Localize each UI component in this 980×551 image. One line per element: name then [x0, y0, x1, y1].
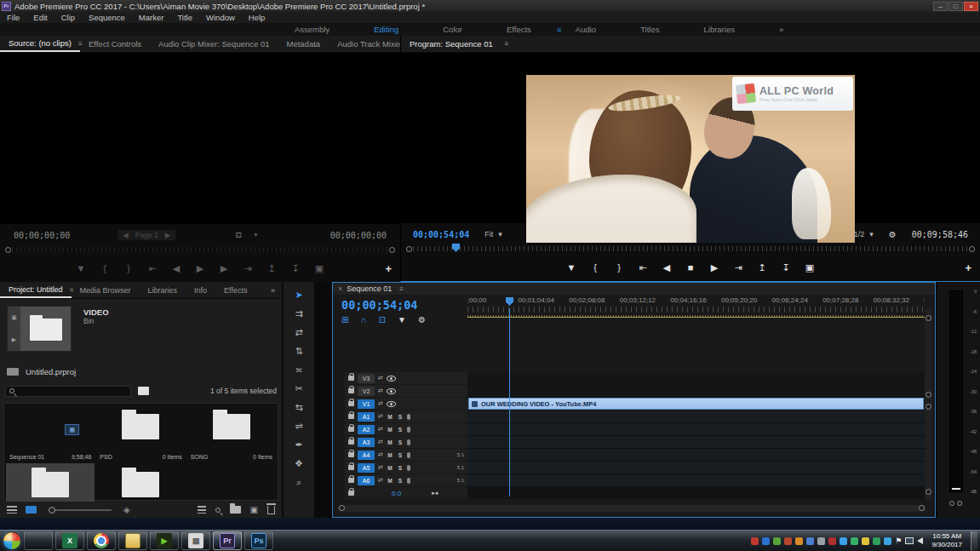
sync-lock-icon[interactable]: ⇄	[378, 439, 383, 445]
taskbar-app-button[interactable]: ▶	[150, 531, 179, 550]
sync-lock-icon[interactable]: ⇄	[378, 413, 383, 420]
tool-button[interactable]: ➤	[289, 287, 309, 303]
sync-lock-icon[interactable]: ⇄	[378, 426, 383, 433]
button-editor-plus-icon[interactable]: +	[385, 262, 392, 275]
tray-icon[interactable]	[851, 537, 858, 545]
source-aux-icon[interactable]: ⊡	[235, 231, 242, 239]
menu-item[interactable]: Edit	[26, 13, 54, 22]
tray-icon[interactable]	[873, 537, 880, 545]
tray-icon[interactable]	[762, 537, 770, 545]
track-lock-icon[interactable]	[348, 414, 354, 419]
scrollbar-end-left[interactable]	[406, 246, 412, 252]
scrollbar-handle-right[interactable]	[919, 505, 925, 511]
program-transport-button[interactable]: {	[589, 262, 601, 273]
mute-track-button[interactable]: M	[387, 452, 393, 458]
track-lock-icon[interactable]	[348, 452, 354, 457]
track-lane[interactable]	[467, 462, 925, 474]
zoom-level-select[interactable]: Fit▾	[484, 230, 502, 238]
track-lock-icon[interactable]	[348, 478, 354, 483]
panel-overflow-icon[interactable]: »	[264, 286, 282, 295]
source-panel-tab[interactable]: Source: (no clips)	[0, 36, 80, 52]
mute-track-button[interactable]: M	[387, 427, 393, 433]
program-transport-button[interactable]: ▼	[565, 262, 577, 273]
track-lock-icon[interactable]	[348, 465, 354, 470]
source-transport-button[interactable]: ◀	[170, 263, 182, 274]
page-prev-icon[interactable]: ◀	[123, 231, 129, 239]
scrollbar-end-right[interactable]	[389, 247, 395, 253]
scrollbar-handle[interactable]	[926, 489, 931, 495]
tool-button[interactable]: ≍	[289, 362, 309, 378]
source-transport-button[interactable]: ▼	[75, 263, 87, 273]
workspace-tab[interactable]: Libraries	[682, 25, 757, 34]
timeline-vertical-scrollbar[interactable]	[925, 308, 932, 500]
source-transport-button[interactable]: ⇤	[146, 263, 158, 274]
tray-icon[interactable]	[828, 537, 836, 545]
workspace-tab[interactable]: Audio	[553, 25, 618, 34]
toggle-track-output-icon[interactable]	[387, 401, 396, 407]
window-button[interactable]: □	[948, 2, 963, 11]
show-desktop-button[interactable]	[971, 531, 977, 551]
toggle-track-output-icon[interactable]	[387, 376, 396, 382]
tray-icon[interactable]	[862, 537, 869, 545]
master-gain-value[interactable]: 0.0	[392, 490, 401, 497]
timeline-current-timecode[interactable]: 00;00;54;04	[341, 298, 417, 312]
program-transport-button[interactable]: ■	[685, 262, 696, 273]
tool-button[interactable]: ⇉	[289, 306, 309, 322]
solo-track-button[interactable]: S	[397, 452, 404, 458]
source-panel-tab[interactable]: Metadata	[278, 37, 330, 51]
project-panel-tab[interactable]: Effects	[215, 284, 255, 297]
scrollbar-handle[interactable]	[926, 392, 931, 398]
tray-icon[interactable]	[840, 537, 847, 545]
new-bin-icon[interactable]	[230, 506, 241, 514]
window-button[interactable]: ×	[964, 2, 978, 11]
new-search-bin-icon[interactable]	[138, 387, 149, 395]
sort-icon[interactable]	[198, 506, 206, 514]
find-icon[interactable]	[215, 508, 221, 513]
source-transport-button[interactable]: ▶	[218, 263, 230, 274]
taskbar-app-button[interactable]: Pr	[213, 531, 242, 550]
source-page-nav[interactable]: ◀ Page 2 ▶	[117, 230, 175, 240]
panel-menu-icon[interactable]: ≡	[501, 40, 513, 48]
tray-icon[interactable]	[884, 537, 891, 545]
play-icon[interactable]: ▶	[12, 336, 16, 343]
volume-icon[interactable]	[917, 537, 923, 544]
delete-icon[interactable]	[267, 506, 275, 514]
project-panel-tab[interactable]: Project: Untitled	[0, 283, 72, 298]
taskbar-app-button[interactable]: Ps	[244, 531, 273, 550]
source-panel-tab[interactable]: Effect Controls	[80, 37, 150, 51]
menu-item[interactable]: File	[0, 13, 26, 22]
panel-menu-icon[interactable]: ≡	[396, 285, 407, 293]
track-lock-icon[interactable]	[348, 427, 354, 432]
panel-menu-icon[interactable]: ≡	[66, 286, 77, 294]
thumbnail-zoom-slider[interactable]	[49, 509, 112, 511]
tray-icon[interactable]	[795, 537, 803, 545]
track-lock-icon[interactable]	[348, 439, 354, 445]
source-transport-button[interactable]: }	[123, 263, 135, 273]
program-transport-button[interactable]: ↥	[756, 262, 768, 273]
project-preview-thumbnail[interactable]: ▣▶	[7, 306, 72, 352]
track-target-button[interactable]: A6	[358, 476, 375, 485]
project-panel-tab[interactable]: Media Browser	[72, 284, 140, 297]
track-target-button[interactable]: A3	[358, 438, 375, 447]
mute-track-button[interactable]: M	[387, 439, 393, 445]
network-icon[interactable]	[905, 537, 914, 544]
timeline-toolbar-icon[interactable]: ⊡	[379, 315, 386, 324]
solo-track-button[interactable]: S	[397, 414, 404, 420]
panel-menu-icon[interactable]: ≡	[75, 40, 86, 48]
tool-button[interactable]: ⌕	[289, 474, 309, 491]
clip-fx-icon[interactable]	[472, 401, 478, 407]
project-item[interactable]: SONG0 Items	[187, 405, 276, 462]
tool-button[interactable]: ⇄	[289, 324, 309, 341]
menu-item[interactable]: Clip	[54, 13, 82, 22]
track-lane[interactable]	[467, 436, 925, 448]
track-lane[interactable]	[467, 423, 925, 435]
workspace-tab[interactable]: Effects	[484, 25, 553, 34]
menu-item[interactable]: Sequence	[82, 13, 132, 22]
source-scrubber[interactable]	[5, 244, 395, 255]
tray-icon[interactable]	[773, 537, 781, 545]
project-panel-tab[interactable]: Libraries	[140, 284, 186, 297]
taskbar-app-button[interactable]	[118, 531, 147, 550]
track-target-button[interactable]: V1	[358, 399, 375, 409]
solo-track-button[interactable]: S	[397, 427, 404, 433]
timeline-tab[interactable]: Sequence 01	[347, 284, 392, 293]
